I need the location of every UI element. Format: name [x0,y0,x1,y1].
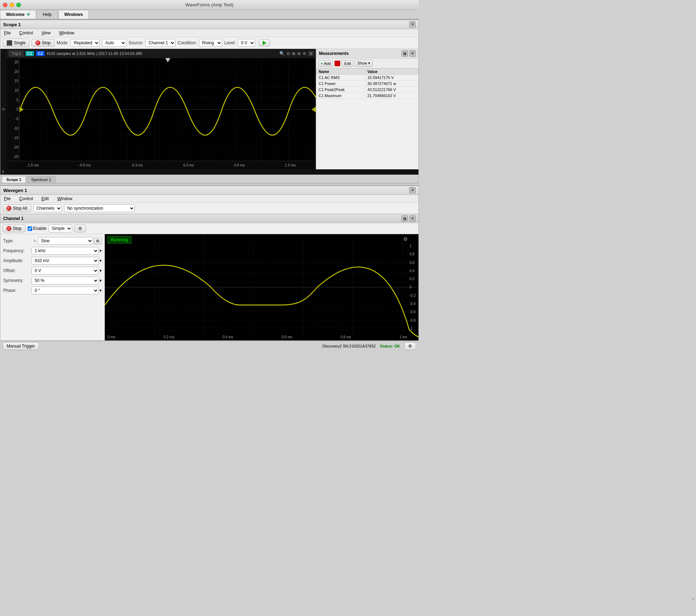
scope-icon-2[interactable]: ⊠ [292,51,295,56]
stop-red-circle-icon [35,40,40,45]
meas-row-3: C1 Maximum 21.704866102 V [316,93,418,99]
meas-value-2: 43.512221766 V [365,87,418,93]
symmetry-select[interactable]: 50 % [32,277,99,284]
edit-measurement-button[interactable]: Edit [342,60,353,67]
wavegen-menu-window[interactable]: Window [55,196,75,202]
c2-badge: C2 [36,51,45,56]
channels-select[interactable]: Channels [33,204,62,212]
minimize-button[interactable] [10,2,14,7]
scope-run-button[interactable] [259,39,270,46]
offset-select[interactable]: 0 V [32,267,99,275]
channel-close-button[interactable]: ✕ [409,215,416,222]
freq-select[interactable]: 1 kHz [32,247,99,255]
measurements-panel: Measurements ⊟ ✕ + Add Edit Show ▾ [316,49,418,169]
type-select[interactable]: Sine Square Triangle [38,237,93,245]
amp-param-row: Amplitude: 910 mV ▾ [3,257,102,265]
level-select[interactable]: 0 V [238,39,255,47]
source-select[interactable]: Channel 1 Channel 2 [146,39,176,47]
wx-label-08: 0.8 ms [341,335,351,339]
type-param-row: Type: ∿ Sine Square Triangle ⚙ [3,237,102,245]
scope-close-button[interactable]: ✕ [409,21,416,28]
wavegen-toolbar: Stop All Channels No synchronization [0,203,418,214]
scope-menu-window[interactable]: Window [57,30,76,36]
x-axis-label: X [2,170,4,174]
scope-plot-container: 25 20 15 10 5 0 -5 -10 -15 -20 -25 [7,58,316,161]
type-gear-button[interactable]: ⚙ [94,238,102,244]
close-button[interactable] [3,2,7,7]
y-label-n10: -10 [7,126,18,130]
stop-all-button[interactable]: Stop All [2,204,31,212]
add-icon[interactable]: ✚ [27,12,30,17]
meas-value-0: 15.59417175 V [365,75,418,81]
scope-menubar: File Control View Window [0,29,418,37]
zoom-icon[interactable]: 🔍 [279,51,285,56]
scope-main-area: V Trig'd C1 C2 8192 samples at 2.631 MHz… [0,49,418,169]
x-label-5: 0.9 ms [234,163,245,167]
mode-select[interactable]: Repeated Single Record [70,39,100,47]
scope-tabs: Scope 1 Spectrum 1 [0,175,418,183]
wavegen-menu-file[interactable]: File [2,196,13,202]
gear-icon[interactable]: ⚙ [303,51,306,56]
manual-trigger-button[interactable]: Manual Trigger [3,342,39,350]
scope-menu-file[interactable]: File [2,30,13,36]
channel-gear-button[interactable]: ⚙ [74,225,86,232]
scope-panel-header: Scope 1 ✕ [0,19,418,29]
phase-select[interactable]: 0 ° [32,287,99,294]
settings-button[interactable]: ⚙ [404,342,416,350]
condition-select[interactable]: Rising Falling [199,39,222,47]
wavegen-gear-icon[interactable]: ⚙ [403,236,408,242]
scope-y-axis: 25 20 15 10 5 0 -5 -10 -15 -20 -25 [7,58,19,161]
show-measurement-button[interactable]: Show ▾ [355,60,373,67]
stop-button[interactable]: Stop [32,39,55,47]
chevron-down-icon: ▾ [368,61,370,65]
wy-label-n06: -0.6 [410,310,416,314]
window-controls[interactable] [3,2,21,7]
meas-value-3: 21.704866102 V [365,93,418,99]
wy-label-n1: -1 [410,327,416,330]
tab-help[interactable]: Help [37,10,58,19]
scope-bottom-bar: X [0,169,418,175]
phase-label: Phase: [3,288,32,293]
offset-param-row: Offset: 0 V ▾ [3,267,102,275]
wavegen-menu-edit[interactable]: Edit [39,196,51,202]
simple-select[interactable]: Simple [49,225,72,232]
wavegen-close-button[interactable]: ✕ [409,187,416,193]
y-label-10: 10 [7,89,18,92]
enable-checkbox-label[interactable]: Enable [28,226,46,231]
wavegen-body: Type: ∿ Sine Square Triangle ⚙ Frequency… [0,234,418,340]
scope-menu-view[interactable]: View [39,30,53,36]
sync-select[interactable]: No synchronization [64,204,135,212]
channel-stop-button[interactable]: Stop [2,225,25,232]
tab-welcome[interactable]: Welcome ✚ [0,10,36,19]
enable-checkbox[interactable] [28,226,32,231]
level-label: Level: [224,40,236,45]
y-label-n15: -15 [7,136,18,140]
wavegen-menu-control[interactable]: Control [17,196,35,202]
scope-panel: Scope 1 ✕ File Control View Window ⬛ Sin… [0,19,419,183]
scope-icon-1[interactable]: ⊟ [287,51,290,56]
measurement-color-swatch[interactable] [335,61,340,66]
amp-select[interactable]: 910 mV [32,257,99,265]
scope-waveform-svg [19,58,316,161]
measurements-close-button[interactable]: ✕ [409,50,416,57]
scope-tab-spectrum1[interactable]: Spectrum 1 [27,176,56,183]
maximize-button[interactable] [16,2,21,7]
wx-label-0: 0 ms [108,335,115,339]
single-button[interactable]: ⬛ Single [2,39,29,47]
auto-select[interactable]: Auto Normal [102,39,126,47]
channel-expand-button[interactable]: ⊟ [401,215,408,222]
expand-button[interactable]: ⊟ [401,50,408,57]
tab-windows[interactable]: Windows [58,10,89,19]
phase-input-wrap: 0 ° ▾ [32,287,102,294]
wavegen-plot-area: Running ⚙ V [105,234,418,340]
add-measurement-button[interactable]: + Add [318,60,333,67]
scope-icon-3[interactable]: ⊞ [297,51,301,56]
trig-badge: Trig'd [9,51,23,56]
scope-menu-control[interactable]: Control [17,30,35,36]
channel-controls-bar: Stop Enable Simple ⚙ [0,223,418,234]
scope-tab-scope1[interactable]: Scope 1 [2,176,26,183]
meas-row-1: C1 Power 30.397274071 w [316,81,418,87]
y-badge: V [308,51,314,56]
measurements-header-btns: ⊟ ✕ [401,50,416,57]
channel-header: Channel 1 ⊟ ✕ [0,214,418,223]
